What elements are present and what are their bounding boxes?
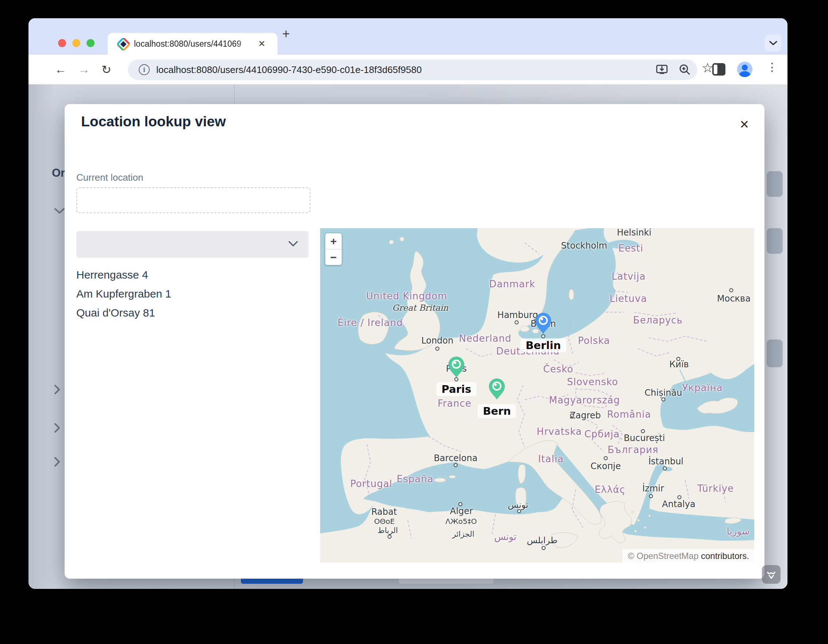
map-place-label: Zagreb — [569, 411, 601, 421]
map-place-label: București — [624, 433, 665, 443]
zoom-in-button[interactable]: + — [325, 233, 342, 249]
map-city-dot — [518, 509, 521, 513]
address-item[interactable]: Am Kupfergraben 1 — [76, 284, 171, 303]
background-primary-button — [241, 579, 303, 584]
tab-list-button[interactable] — [765, 34, 781, 51]
map-city-dot — [542, 546, 546, 550]
marker-label-berlin: Berlin — [521, 338, 566, 352]
forward-button[interactable]: → — [78, 63, 90, 76]
attribution-suffix: contributors. — [698, 551, 749, 561]
map-marker-bern[interactable] — [488, 378, 505, 400]
vaadin-icon — [766, 569, 777, 580]
map-city-dot — [663, 467, 667, 471]
address-bar[interactable]: i localhost:8080/users/44106990-7430-e59… — [128, 60, 697, 80]
browser-menu-icon[interactable]: ⋮ — [767, 61, 778, 74]
map-country-label: Türkiye — [697, 483, 734, 494]
map-city-dot — [436, 347, 439, 351]
map-place-label: Москва — [717, 293, 751, 304]
favicon-icon — [117, 38, 130, 50]
tab-title: localhost:8080/users/441069 — [134, 39, 254, 49]
map-country-label: Беларусь — [633, 315, 683, 326]
chevron-right-icon[interactable] — [54, 423, 61, 433]
map-country-label: France — [438, 398, 471, 409]
map-marker-berlin[interactable] — [535, 312, 552, 334]
map-marker-paris[interactable] — [448, 356, 465, 378]
map-place-label: Rabat — [371, 507, 397, 517]
map-city-dot — [729, 288, 734, 292]
traffic-close-button[interactable] — [58, 39, 66, 47]
map-place-label: ΟΘοΕ — [374, 517, 395, 526]
avatar-head — [742, 64, 748, 71]
map-country-label: România — [607, 409, 651, 420]
pin-icon — [535, 312, 552, 334]
install-app-icon[interactable] — [656, 63, 668, 76]
address-item[interactable]: Herrengasse 4 — [76, 265, 171, 284]
map-country-label: Italia — [538, 453, 564, 464]
map-place-label: London — [421, 335, 453, 346]
chevron-down-icon[interactable] — [54, 208, 65, 214]
current-location-label: Current location — [76, 172, 143, 183]
screenshot-stage: localhost:8080/users/441069 ✕ + ← → ↻ i … — [0, 0, 828, 644]
pin-icon — [448, 356, 465, 378]
profile-avatar[interactable] — [737, 62, 753, 77]
address-item[interactable]: Quai d'Orsay 81 — [76, 303, 171, 322]
url-text: localhost:8080/users/44106990-7430-e590-… — [156, 64, 422, 75]
map-place-label: İzmir — [642, 483, 664, 494]
traffic-minimize-button[interactable] — [72, 39, 80, 47]
back-button[interactable]: ← — [55, 63, 66, 76]
map-city-dot — [604, 456, 608, 461]
background-field — [767, 171, 783, 197]
map-city-dot — [662, 398, 665, 401]
reload-button[interactable]: ↻ — [102, 63, 111, 77]
traffic-zoom-button[interactable] — [86, 39, 94, 47]
map-country-label: България — [607, 444, 658, 455]
map-city-dot — [676, 357, 681, 361]
map-place-label: İstanbul — [648, 456, 684, 467]
tab-strip: localhost:8080/users/441069 ✕ + — [28, 18, 787, 55]
new-tab-button[interactable]: + — [282, 26, 290, 42]
current-location-input[interactable] — [76, 187, 310, 213]
map-place-label: تونس — [508, 500, 528, 510]
browser-tab[interactable]: localhost:8080/users/441069 ✕ — [108, 33, 278, 55]
avatar-body — [739, 71, 750, 77]
browser-window: localhost:8080/users/441069 ✕ + ← → ↻ i … — [28, 18, 787, 589]
map-place-label: Київ — [669, 359, 688, 370]
map-city-dot — [455, 378, 458, 381]
map-city-dot — [458, 502, 463, 506]
map-country-label: Hrvatska — [537, 426, 582, 437]
map-zoom-control: + − — [325, 233, 342, 265]
zoom-out-button[interactable]: − — [325, 249, 342, 265]
pin-icon — [488, 378, 505, 400]
marker-label-paris: Paris — [436, 382, 477, 396]
map-city-dot — [515, 321, 519, 324]
map-place-label: Barcelona — [434, 453, 478, 463]
location-select[interactable] — [76, 231, 309, 258]
site-info-icon[interactable]: i — [139, 64, 150, 75]
map-city-dot — [570, 414, 574, 418]
zoom-icon[interactable] — [678, 63, 692, 76]
map-country-label: Србија — [585, 429, 620, 440]
map-place-label: Скопје — [590, 461, 621, 471]
chevron-right-icon[interactable] — [54, 384, 61, 395]
map-place-label: Antalya — [662, 499, 695, 509]
map-country-label: Danmark — [489, 279, 535, 290]
osm-link[interactable]: © OpenStreetMap — [627, 551, 698, 561]
dialog-close-button[interactable]: ✕ — [735, 116, 753, 133]
vaadin-devtools-button[interactable] — [762, 565, 781, 584]
map-place-label: Great Britain — [392, 303, 448, 312]
map-country-label: Lietuva — [610, 293, 647, 304]
map-city-dot — [677, 495, 682, 500]
bookmark-star-icon[interactable]: ☆ — [702, 60, 714, 75]
map-place-label: طرابلس — [527, 535, 557, 545]
browser-toolbar: ← → ↻ i localhost:8080/users/44106990-74… — [28, 55, 787, 84]
chevron-down-icon — [288, 241, 298, 247]
map-view[interactable]: HelsinkiStockholmEestiLatvijaМоскваLietu… — [320, 228, 754, 563]
map-place-label: Helsinki — [617, 228, 651, 238]
map-country-label: Ελλάς — [595, 484, 626, 495]
chevron-down-icon — [769, 41, 778, 45]
chevron-right-icon[interactable] — [54, 457, 61, 467]
tab-close-icon[interactable]: ✕ — [258, 39, 265, 49]
map-place-label: ΛЖο5‡Ο — [445, 517, 477, 526]
map-place-label: Chișinău — [645, 388, 682, 398]
side-panel-icon[interactable] — [712, 63, 725, 75]
